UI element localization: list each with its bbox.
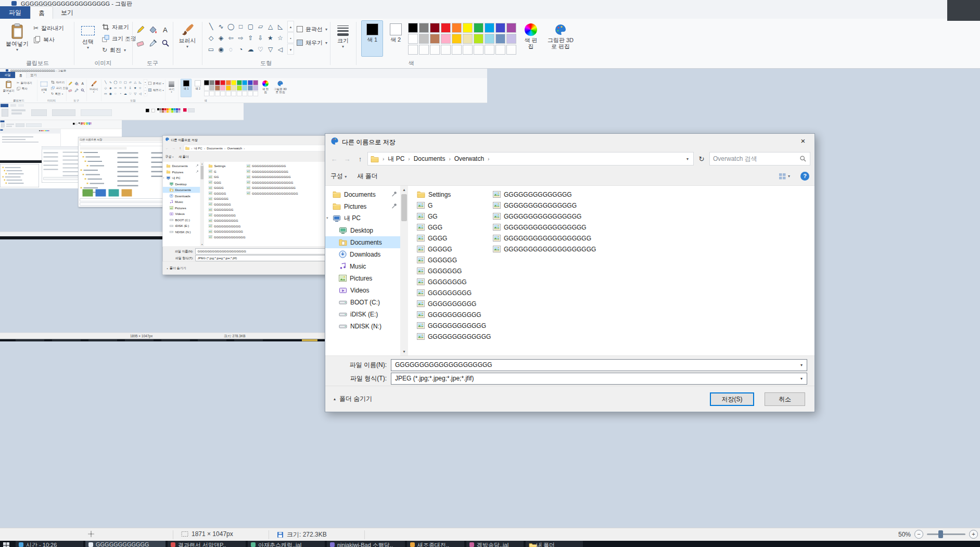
palette-color[interactable]	[463, 23, 473, 33]
zoom-slider-thumb[interactable]	[938, 530, 943, 538]
organize-dropdown[interactable]: 구성 ▾	[330, 172, 347, 181]
breadcrumb-item[interactable]: 내 PC›	[388, 155, 410, 163]
select-button[interactable]: 선택 ▾	[76, 20, 100, 50]
shape-cell[interactable]: ⇦	[226, 32, 236, 44]
paint3d-button[interactable]: 그림판 3D로 편집	[544, 20, 577, 57]
file-item[interactable]: GGGGG	[417, 244, 491, 255]
cancel-button[interactable]: 취소	[765, 392, 805, 406]
shape-cell[interactable]: ⇨	[236, 32, 246, 44]
shape-cell[interactable]: ◔	[236, 44, 246, 55]
scroll-up-icon[interactable]: ▴	[287, 21, 294, 32]
file-item[interactable]: GGGGGGGG	[417, 276, 491, 287]
file-item[interactable]: GGGG	[417, 233, 491, 244]
palette-color[interactable]	[419, 23, 429, 33]
filetype-combo[interactable]: JPEG (*.jpg;*.jpeg;*.jpe;*.jfif) ▾	[391, 373, 807, 385]
taskbar-item[interactable]: GGGGGGGGGGGG	[85, 541, 166, 547]
file-item[interactable]: GGGGGGG	[417, 265, 491, 276]
nav-item-desktop[interactable]: Desktop	[325, 224, 400, 236]
color-picker-tool[interactable]	[147, 36, 159, 50]
rotate-button[interactable]: ↻ 회전 ▾	[102, 45, 126, 55]
taskbar-item[interactable]: 겜방송담..ial	[466, 541, 524, 547]
file-item[interactable]: GGGGGG	[417, 255, 491, 265]
palette-color[interactable]	[506, 34, 516, 44]
shape-cell[interactable]: ◌	[226, 44, 236, 55]
scroll-up-icon[interactable]: ▴	[400, 186, 408, 194]
nav-item-내-pc[interactable]: ▾내 PC	[325, 212, 400, 224]
taskbar-item[interactable]: 결과랜서 서맘댄P..	[168, 541, 246, 547]
eraser-tool[interactable]	[134, 36, 147, 50]
brushes-button[interactable]: 브러시 ▾	[175, 20, 200, 49]
nav-item-idisk-e-[interactable]: iDISK (E:)	[325, 308, 400, 320]
shape-cell[interactable]: ╲	[206, 21, 216, 32]
file-item[interactable]: GGGGGGGGG	[417, 287, 491, 298]
shape-cell[interactable]: ◯	[226, 21, 236, 32]
palette-color[interactable]	[506, 23, 516, 33]
file-item[interactable]: GGG	[417, 222, 491, 233]
scroll-thumb[interactable]	[401, 194, 407, 221]
palette-color[interactable]	[463, 34, 473, 44]
outline-button[interactable]: 윤곽선 ▾	[297, 24, 327, 34]
new-folder-button[interactable]: 새 폴더	[357, 172, 377, 181]
shape-cell[interactable]: ☆	[275, 32, 285, 44]
edit-colors-button[interactable]: 색 편집	[519, 20, 542, 57]
palette-color[interactable]	[474, 23, 483, 33]
file-item[interactable]: GGGGGGGGGGGGGGGGG	[493, 222, 596, 233]
shape-cell[interactable]: ◇	[206, 32, 216, 44]
breadcrumb-item[interactable]: Overwatch›	[454, 155, 490, 162]
save-button[interactable]: 저장(S)	[710, 392, 754, 406]
scroll-down-icon[interactable]: ▾	[287, 44, 294, 55]
file-item[interactable]: Settings	[417, 189, 491, 200]
palette-color[interactable]	[419, 34, 429, 44]
file-item[interactable]: G	[417, 200, 491, 211]
shape-cell[interactable]: △	[265, 21, 275, 32]
file-item[interactable]: GGGGGGGGGG	[417, 298, 491, 309]
shape-cell[interactable]: ◈	[216, 32, 226, 44]
help-icon[interactable]: ?	[800, 172, 809, 181]
tab-view[interactable]: 보기	[53, 6, 81, 19]
fill-tool[interactable]	[147, 23, 159, 36]
shape-cell[interactable]: ∿	[216, 21, 226, 32]
nav-item-documents[interactable]: Documents	[325, 236, 400, 248]
magnifier-tool[interactable]	[159, 36, 172, 50]
taskbar-item[interactable]: 새조종대전..	[407, 541, 464, 547]
color1-button[interactable]: 색 1	[361, 20, 383, 57]
nav-item-pictures[interactable]: Pictures	[325, 272, 400, 284]
nav-item-documents[interactable]: Documents	[325, 188, 400, 200]
taskbar-item[interactable]: 아재춘스캐럭..jal	[248, 541, 325, 547]
palette-color[interactable]	[408, 34, 418, 44]
crop-button[interactable]: 자르기	[102, 22, 129, 32]
taskbar-item[interactable]: 내 폴더	[526, 541, 583, 547]
scroll-mid-icon[interactable]: ▪	[287, 32, 294, 43]
palette-color[interactable]	[408, 23, 418, 33]
address-history-icon[interactable]: ▾	[684, 157, 691, 161]
expander-icon[interactable]: ▾	[326, 216, 328, 220]
shape-cell[interactable]: ◺	[275, 21, 285, 32]
fill-button[interactable]: 채우기 ▾	[297, 37, 327, 48]
nav-item-pictures[interactable]: Pictures	[325, 200, 400, 212]
shape-cell[interactable]: ◉	[216, 44, 226, 55]
chevron-down-icon[interactable]: ▾	[796, 360, 807, 371]
zoom-out-button[interactable]: −	[914, 530, 923, 539]
zoom-slider[interactable]	[927, 533, 965, 535]
palette-color[interactable]	[430, 34, 440, 44]
view-mode-button[interactable]: ▾	[779, 173, 790, 180]
shape-cell[interactable]: ◁	[275, 44, 285, 55]
start-button[interactable]	[3, 542, 9, 547]
palette-color[interactable]	[430, 23, 440, 33]
nav-scrollbar[interactable]: ▴ ▾	[400, 186, 408, 355]
tab-home[interactable]: 홈	[30, 6, 53, 19]
text-tool[interactable]: A	[159, 23, 172, 36]
paste-button[interactable]: 붙여넣기 ▾	[3, 20, 31, 52]
palette-color[interactable]	[495, 23, 505, 33]
search-box[interactable]	[709, 152, 810, 166]
palette-color[interactable]	[495, 34, 505, 44]
file-item[interactable]: GGGGGGGGGGGGGGGGGGG	[493, 244, 596, 255]
filename-combo[interactable]: ▾	[391, 359, 807, 371]
file-item[interactable]: GG	[417, 211, 491, 222]
shape-cell[interactable]: ▭	[206, 44, 216, 55]
close-icon[interactable]: ×	[797, 136, 809, 146]
palette-color[interactable]	[485, 34, 494, 44]
shape-cell[interactable]: □	[236, 21, 246, 32]
breadcrumb-item[interactable]: Documents›	[414, 155, 451, 162]
nav-item-music[interactable]: Music	[325, 260, 400, 272]
